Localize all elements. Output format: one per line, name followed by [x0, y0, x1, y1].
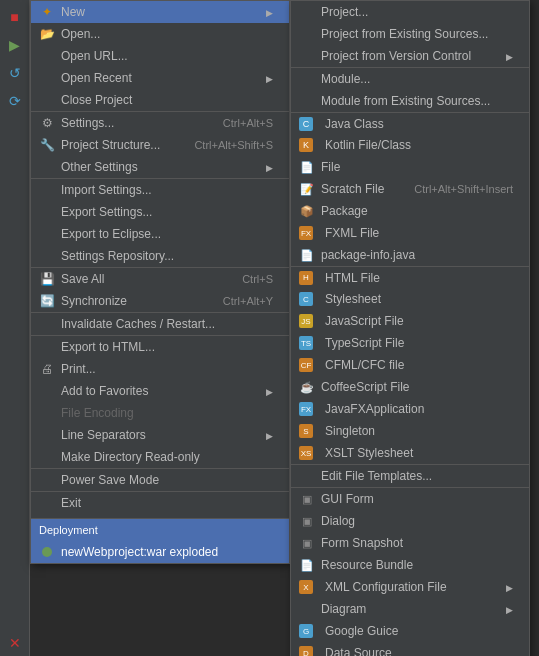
menu-item-open-url-label: Open URL...: [61, 49, 273, 63]
open-recent-icon: [39, 70, 55, 86]
sidebar-icon-close[interactable]: ✕: [2, 630, 28, 656]
menu-item-settings[interactable]: ⚙ Settings... Ctrl+Alt+S: [31, 111, 289, 134]
menu-item-save-all-label: Save All: [61, 272, 222, 286]
menu-item-right-package-label: Package: [321, 204, 513, 218]
menu-item-right-module[interactable]: Module...: [291, 67, 529, 90]
menu-item-invalidate[interactable]: Invalidate Caches / Restart...: [31, 312, 289, 335]
menu-item-right-javascript[interactable]: JS JavaScript File: [291, 310, 529, 332]
menu-item-right-edit-templates[interactable]: Edit File Templates...: [291, 464, 529, 487]
menu-item-right-package-info[interactable]: 📄 package-info.java: [291, 244, 529, 266]
menu-item-right-html[interactable]: H HTML File: [291, 266, 529, 288]
menu-item-export-eclipse[interactable]: Export to Eclipse...: [31, 223, 289, 245]
project-structure-icon: 🔧: [39, 137, 55, 153]
menu-item-file-encoding-label: File Encoding: [61, 406, 273, 420]
menu-item-open-url[interactable]: Open URL...: [31, 45, 289, 67]
diagram-arrow: [506, 602, 513, 616]
menu-item-right-html-label: HTML File: [325, 271, 513, 285]
menu-item-right-stylesheet-label: Stylesheet: [325, 292, 513, 306]
menu-item-right-project-existing[interactable]: Project from Existing Sources...: [291, 23, 529, 45]
menu-item-right-resource-bundle-label: Resource Bundle: [321, 558, 513, 572]
add-favorites-arrow: [266, 384, 273, 398]
menu-item-right-project-label: Project...: [321, 5, 513, 19]
menu-item-right-singleton[interactable]: S Singleton: [291, 420, 529, 442]
menu-item-deployment-project[interactable]: newWebproject:war exploded: [31, 541, 289, 563]
add-favorites-icon: [39, 383, 55, 399]
menu-item-right-javafx[interactable]: FX JavaFXApplication: [291, 398, 529, 420]
menu-item-right-dialog[interactable]: ▣ Dialog: [291, 510, 529, 532]
menu-item-right-fxml-label: FXML File: [325, 226, 513, 240]
menu-item-export-settings-label: Export Settings...: [61, 205, 273, 219]
menu-item-right-diagram[interactable]: Diagram: [291, 598, 529, 620]
menu-item-right-package[interactable]: 📦 Package: [291, 200, 529, 222]
menu-item-print[interactable]: 🖨 Print...: [31, 358, 289, 380]
menu-item-add-favorites[interactable]: Add to Favorites: [31, 380, 289, 402]
close-project-icon: [39, 92, 55, 108]
menu-item-right-coffeescript[interactable]: ☕ CoffeeScript File: [291, 376, 529, 398]
right-project-vcs-icon: [299, 48, 315, 64]
menu-item-right-resource-bundle[interactable]: 📄 Resource Bundle: [291, 554, 529, 576]
menu-item-right-form-snapshot[interactable]: ▣ Form Snapshot: [291, 532, 529, 554]
menu-item-make-dir-readonly-label: Make Directory Read-only: [61, 450, 273, 464]
settings-shortcut: Ctrl+Alt+S: [223, 117, 273, 129]
menu-item-settings-repo[interactable]: Settings Repository...: [31, 245, 289, 267]
menu-item-power-save[interactable]: Power Save Mode: [31, 468, 289, 491]
menu-item-right-cfml-label: CFML/CFC file: [325, 358, 513, 372]
menu-item-right-scratch[interactable]: 📝 Scratch File Ctrl+Alt+Shift+Insert: [291, 178, 529, 200]
other-settings-arrow: [266, 160, 273, 174]
open-icon: 📂: [39, 26, 55, 42]
menu-item-close-label: Close Project: [61, 93, 273, 107]
menu-item-right-gui-form[interactable]: ▣ GUI Form: [291, 487, 529, 510]
menu-item-import-settings-label: Import Settings...: [61, 183, 273, 197]
menu-item-exit[interactable]: Exit: [31, 491, 289, 514]
invalidate-icon: [39, 316, 55, 332]
menu-item-right-module-existing[interactable]: Module from Existing Sources...: [291, 90, 529, 112]
menu-item-right-java-class[interactable]: C Java Class: [291, 112, 529, 134]
menu-item-export-html[interactable]: Export to HTML...: [31, 335, 289, 358]
deployment-project-label: newWebproject:war exploded: [61, 545, 281, 559]
save-all-shortcut: Ctrl+S: [242, 273, 273, 285]
menu-item-right-google-guice[interactable]: G Google Guice: [291, 620, 529, 642]
menu-item-open[interactable]: 📂 Open...: [31, 23, 289, 45]
menu-item-export-settings[interactable]: Export Settings...: [31, 201, 289, 223]
menu-item-right-data-source-label: Data Source: [325, 646, 513, 656]
menu-item-right-fxml[interactable]: FX FXML File: [291, 222, 529, 244]
sidebar-icon-refresh[interactable]: ↺: [2, 60, 28, 86]
menu-item-right-cfml[interactable]: CF CFML/CFC file: [291, 354, 529, 376]
menu-item-project-structure[interactable]: 🔧 Project Structure... Ctrl+Alt+Shift+S: [31, 134, 289, 156]
singleton-icon: S: [299, 424, 313, 438]
menu-item-right-file[interactable]: 📄 File: [291, 156, 529, 178]
right-file-icon: 📄: [299, 159, 315, 175]
menu-item-right-java-class-label: Java Class: [325, 117, 513, 131]
menu-item-right-stylesheet[interactable]: C Stylesheet: [291, 288, 529, 310]
menu-item-open-recent[interactable]: Open Recent: [31, 67, 289, 89]
menu-item-right-xml-config[interactable]: X XML Configuration File: [291, 576, 529, 598]
diagram-icon: [299, 601, 315, 617]
menu-item-right-project[interactable]: Project...: [291, 1, 529, 23]
line-separators-arrow: [266, 428, 273, 442]
menu-item-right-xslt[interactable]: XS XSLT Stylesheet: [291, 442, 529, 464]
menu-item-right-gui-form-label: GUI Form: [321, 492, 513, 506]
menu-item-line-separators[interactable]: Line Separators: [31, 424, 289, 446]
right-module-existing-icon: [299, 93, 315, 109]
menu-item-right-project-vcs[interactable]: Project from Version Control: [291, 45, 529, 67]
menu-item-close-project[interactable]: Close Project: [31, 89, 289, 111]
typescript-icon: TS: [299, 336, 313, 350]
sidebar-icon-stop[interactable]: ■: [2, 4, 28, 30]
menu-item-right-data-source[interactable]: D Data Source: [291, 642, 529, 656]
menu-item-save-all[interactable]: 💾 Save All Ctrl+S: [31, 267, 289, 290]
menu-item-make-dir-readonly[interactable]: Make Directory Read-only: [31, 446, 289, 468]
resource-bundle-icon: 📄: [299, 557, 315, 573]
open-url-icon: [39, 48, 55, 64]
menu-item-right-typescript[interactable]: TS TypeScript File: [291, 332, 529, 354]
menu-item-synchronize[interactable]: 🔄 Synchronize Ctrl+Alt+Y: [31, 290, 289, 312]
menu-item-other-settings[interactable]: Other Settings: [31, 156, 289, 178]
sidebar-icon-sync[interactable]: ⟳: [2, 88, 28, 114]
sidebar-icon-run[interactable]: ▶: [2, 32, 28, 58]
export-settings-icon: [39, 204, 55, 220]
menu-item-new[interactable]: ✦ New: [31, 1, 289, 23]
power-save-icon: [39, 472, 55, 488]
javascript-icon: JS: [299, 314, 313, 328]
menu-item-right-kotlin-class[interactable]: K Kotlin File/Class: [291, 134, 529, 156]
menu-item-import-settings[interactable]: Import Settings...: [31, 178, 289, 201]
menu-item-right-xml-config-label: XML Configuration File: [325, 580, 506, 594]
